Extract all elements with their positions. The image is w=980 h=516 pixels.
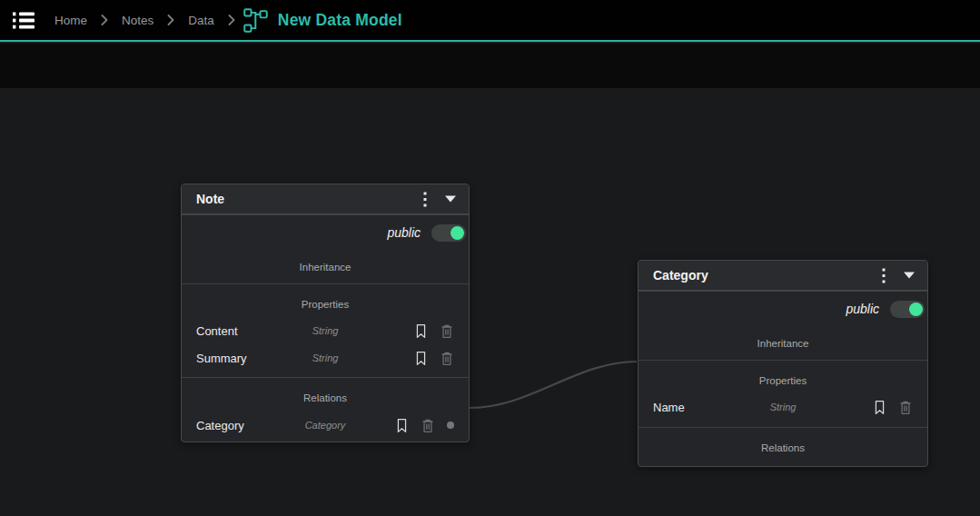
relation-name[interactable]: Category [196,419,244,432]
page-title: New Data Model [278,11,402,30]
toggle-knob [450,226,464,240]
node-card-note[interactable]: Note public Inheritance Properties Conte… [181,184,470,442]
delete-button[interactable] [898,400,913,415]
top-bar: Home Notes Data New Data Model [0,0,980,42]
property-row: Summary String [182,344,469,372]
public-toggle[interactable] [431,224,466,242]
bookmark-button[interactable] [395,418,409,433]
node-title: Note [196,192,224,206]
breadcrumb-notes[interactable]: Notes [122,14,153,27]
chevron-right-icon [228,15,235,25]
property-type[interactable]: String [312,325,339,336]
node-header: Category [638,261,927,291]
breadcrumb-data[interactable]: Data [188,14,214,27]
inheritance-label: Inheritance [182,243,469,274]
relations-section: Relations [638,427,927,466]
chevron-right-icon [101,15,108,25]
delete-button[interactable] [440,323,454,339]
relation-connector-port[interactable] [447,422,454,429]
public-toggle[interactable] [890,301,925,318]
kebab-menu-button[interactable] [423,192,427,207]
node-card-category[interactable]: Category public Inheritance Properties N… [638,260,928,467]
bookmark-button[interactable] [873,400,886,415]
properties-label: Properties [182,284,469,312]
public-label: public [387,225,421,240]
delete-button[interactable] [421,418,435,433]
property-name[interactable]: Content [196,324,238,338]
collapse-caret-button[interactable] [445,195,456,203]
property-name[interactable]: Summary [196,352,247,365]
collapse-caret-button[interactable] [904,272,915,279]
menu-button[interactable] [11,5,45,35]
relations-section: Relations Category Category [182,377,469,442]
property-type[interactable]: String [312,352,339,363]
node-header: Note [182,184,469,214]
chevron-right-icon [167,15,174,25]
property-type[interactable]: String [770,402,797,412]
delete-button[interactable] [440,351,454,366]
relations-label: Relations [182,378,469,405]
bookmark-button[interactable] [414,323,428,339]
node-general-section: public Inheritance [182,214,469,283]
toggle-knob [909,303,923,316]
property-row: Name String [638,393,927,421]
relation-row: Category Category [182,412,469,439]
bookmark-button[interactable] [414,351,428,366]
properties-label: Properties [638,361,927,388]
property-name[interactable]: Name [653,401,685,414]
property-row: Content String [182,317,469,344]
breadcrumb-home[interactable]: Home [54,14,87,27]
data-model-schema-icon [243,8,268,33]
breadcrumb: Home Notes Data [54,14,235,27]
properties-section: Properties Name String [638,360,927,427]
kebab-menu-button[interactable] [882,268,886,283]
public-label: public [846,302,879,316]
node-title: Category [653,268,708,283]
properties-section: Properties Content String Summary String [182,283,469,377]
relations-label: Relations [638,428,927,455]
toolbar-strip [0,44,980,88]
relation-type[interactable]: Category [305,420,346,431]
list-menu-icon [13,10,36,31]
node-general-section: public Inheritance [638,291,927,360]
inheritance-label: Inheritance [638,320,927,351]
